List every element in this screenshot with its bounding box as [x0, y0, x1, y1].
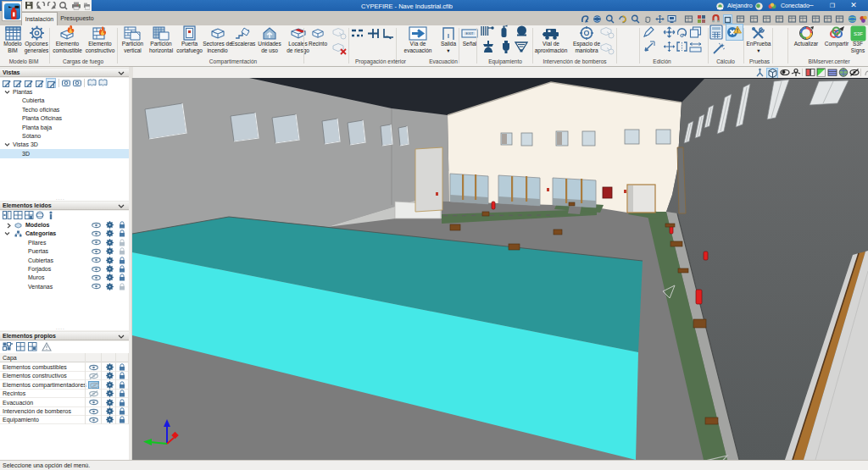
svg-text:EXIT: EXIT — [466, 31, 474, 36]
svg-text:S3F: S3F — [853, 31, 862, 36]
